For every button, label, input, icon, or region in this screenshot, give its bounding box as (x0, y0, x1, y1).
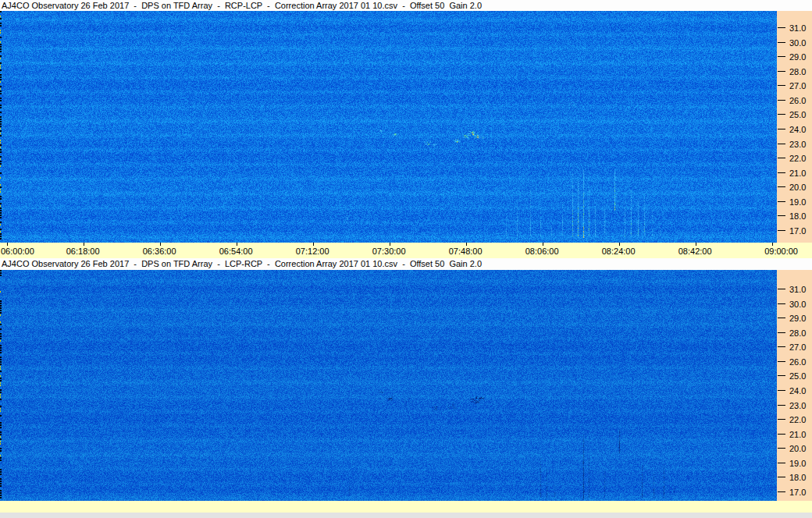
panel1-plot-row: 31.030.029.028.027.026.025.024.023.022.0… (0, 11, 812, 243)
time-tick-label: 07:12:00 (296, 247, 329, 256)
freq-tick-label: 20.0 (789, 445, 806, 453)
freq-tick-label: 19.0 (789, 459, 806, 468)
freq-tick-mark (778, 405, 785, 406)
freq-tick-label: 18.0 (789, 212, 806, 221)
freq-tick-mark (778, 375, 785, 376)
freq-tick-mark (778, 332, 785, 333)
spectrograph-app-window: AJ4CO Observatory 26 Feb 2017 - DPS on T… (0, 0, 812, 518)
time-tick-label: 06:36:00 (143, 247, 176, 256)
freq-tick-label: 23.0 (789, 140, 806, 149)
panel2-spectrogram-canvas[interactable] (0, 270, 777, 501)
freq-tick-mark (778, 85, 785, 86)
time-tick-mark (84, 243, 84, 246)
panel1-spectrogram-canvas[interactable] (0, 11, 777, 243)
freq-tick-mark (778, 42, 785, 43)
freq-tick-label: 31.0 (789, 24, 806, 33)
freq-tick-mark (778, 346, 785, 347)
freq-tick-mark (778, 230, 785, 231)
window-bottom-strip (0, 513, 812, 518)
freq-tick-label: 22.0 (789, 154, 806, 163)
freq-tick-mark (778, 129, 785, 130)
freq-tick-mark (778, 100, 785, 101)
freq-tick-label: 17.0 (789, 227, 806, 236)
time-tick-label: 09:00:00 (764, 247, 798, 256)
panel1-time-axis: 06:00:0006:18:0006:36:0006:54:0007:12:00… (0, 243, 812, 258)
panel2-plot-row: 31.030.029.028.027.026.025.024.023.022.0… (0, 270, 812, 501)
freq-tick-label: 26.0 (789, 97, 806, 105)
freq-tick-label: 29.0 (789, 314, 806, 323)
freq-tick-mark (778, 390, 785, 391)
freq-tick-mark (778, 477, 785, 477)
freq-tick-mark (778, 71, 785, 72)
freq-tick-mark (778, 303, 785, 304)
time-tick-label: 07:48:00 (449, 247, 483, 256)
time-tick-label: 07:30:00 (372, 247, 406, 256)
time-tick-label: 08:42:00 (678, 247, 712, 256)
freq-tick-mark (778, 186, 785, 187)
freq-tick-label: 30.0 (789, 39, 806, 48)
panel2-frequency-axis: 31.030.029.028.027.026.025.024.023.022.0… (777, 270, 812, 501)
freq-tick-mark (778, 318, 785, 318)
time-tick-mark (696, 243, 696, 246)
time-tick-label: 08:06:00 (525, 247, 559, 256)
time-tick-mark (313, 243, 314, 246)
time-tick-label: 06:00:00 (1, 247, 34, 256)
freq-tick-label: 26.0 (789, 358, 806, 367)
freq-tick-label: 27.0 (789, 82, 806, 90)
time-tick-label: 06:18:00 (66, 247, 100, 256)
freq-tick-mark (778, 419, 785, 420)
freq-tick-label: 31.0 (789, 286, 806, 294)
freq-tick-label: 29.0 (789, 53, 806, 62)
freq-tick-label: 20.0 (789, 183, 806, 192)
panel2-title: AJ4CO Observatory 26 Feb 2017 - DPS on T… (0, 258, 812, 270)
freq-tick-mark (778, 463, 785, 463)
panel1-frequency-axis: 31.030.029.028.027.026.025.024.023.022.0… (777, 11, 812, 243)
freq-tick-mark (778, 448, 785, 449)
panel2-time-axis (0, 501, 812, 513)
freq-tick-label: 21.0 (789, 169, 806, 178)
freq-tick-label: 22.0 (789, 416, 806, 424)
freq-tick-label: 18.0 (789, 474, 806, 482)
panel1-title: AJ4CO Observatory 26 Feb 2017 - DPS on T… (0, 0, 812, 11)
freq-tick-label: 17.0 (789, 488, 806, 497)
time-tick-mark (772, 243, 773, 246)
time-tick-mark (237, 243, 237, 246)
freq-tick-label: 28.0 (789, 68, 806, 76)
freq-tick-mark (778, 56, 785, 57)
freq-tick-label: 24.0 (789, 126, 806, 134)
freq-tick-mark (778, 158, 785, 158)
time-tick-mark (466, 243, 467, 246)
freq-tick-label: 19.0 (789, 198, 806, 207)
freq-tick-mark (778, 201, 785, 202)
time-tick-mark (7, 243, 8, 246)
freq-tick-mark (778, 491, 785, 492)
freq-tick-mark (778, 434, 785, 435)
time-tick-mark (160, 243, 161, 246)
freq-tick-label: 24.0 (789, 387, 806, 396)
freq-tick-label: 28.0 (789, 329, 806, 338)
freq-tick-mark (778, 289, 785, 289)
freq-tick-mark (778, 27, 785, 28)
freq-tick-mark (778, 215, 785, 216)
time-tick-label: 06:54:00 (219, 247, 253, 256)
freq-tick-label: 30.0 (789, 300, 806, 309)
freq-tick-label: 21.0 (789, 431, 806, 439)
freq-tick-mark (778, 172, 785, 173)
freq-tick-mark (778, 144, 785, 144)
time-tick-mark (619, 243, 620, 246)
freq-tick-label: 23.0 (789, 402, 806, 410)
time-tick-mark (543, 243, 543, 246)
freq-tick-label: 27.0 (789, 343, 806, 352)
freq-tick-label: 25.0 (789, 111, 806, 119)
time-tick-mark (390, 243, 390, 246)
freq-tick-mark (778, 361, 785, 362)
freq-tick-mark (778, 114, 785, 115)
freq-tick-label: 25.0 (789, 372, 806, 381)
time-tick-label: 08:24:00 (602, 247, 636, 256)
